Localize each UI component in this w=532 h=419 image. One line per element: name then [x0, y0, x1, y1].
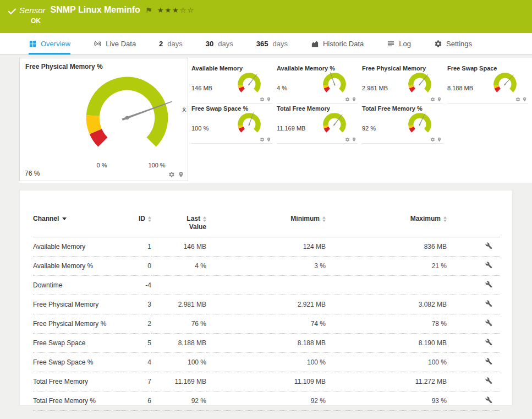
channel-name-link[interactable]: Total Free Memory %: [33, 391, 121, 411]
channel-settings-icon[interactable]: [485, 262, 492, 269]
channels-table: Channel ID Last Value Minimum Maximum: [33, 215, 500, 411]
cell-last-value: [151, 276, 206, 295]
column-header-minimum[interactable]: Minimum: [206, 215, 326, 237]
column-header-label: ID: [139, 215, 145, 223]
channel-name-link[interactable]: Total Free Memory: [33, 372, 121, 391]
tab-live-data[interactable]: Live Data: [94, 33, 136, 55]
priority-stars-rating[interactable]: ★★★☆☆: [157, 6, 195, 14]
cell-maximum: 21 %: [326, 257, 447, 276]
channel-settings-icon[interactable]: [485, 242, 492, 249]
table-header-row: Channel ID Last Value Minimum Maximum: [33, 215, 500, 237]
column-header-actions: [447, 215, 500, 237]
pin-icon[interactable]: [437, 97, 442, 102]
gauge-chart: [320, 110, 349, 139]
cell-maximum: [326, 276, 447, 295]
gear-icon[interactable]: [345, 97, 350, 102]
channel-sort-dropdown-icon[interactable]: [62, 217, 67, 220]
gauge-chart: [405, 110, 434, 139]
prtg-sensor-page: Sensor SNMP Linux Meminfo ★★★☆☆ OK Overv…: [0, 0, 532, 419]
tab-2-days[interactable]: 2 days: [159, 33, 183, 55]
channel-name-link[interactable]: Available Memory: [33, 237, 121, 257]
mini-gauge-value: 100 %: [191, 125, 209, 132]
cell-minimum: 100 %: [206, 353, 326, 372]
channel-settings-icon[interactable]: [485, 339, 492, 346]
column-header-id[interactable]: ID: [121, 215, 151, 237]
column-header-last-value[interactable]: Last Value: [151, 215, 206, 237]
channel-name-link[interactable]: Free Physical Memory %: [33, 314, 121, 334]
channel-settings-icon[interactable]: [485, 358, 492, 365]
channel-name-link[interactable]: Downtime: [33, 276, 121, 295]
mini-gauge-value: 4 %: [277, 85, 287, 91]
cell-actions: [447, 237, 500, 257]
tab-365-days-number: 365: [256, 40, 268, 48]
tab-365-days[interactable]: 365 days: [256, 33, 288, 55]
gear-icon[interactable]: [260, 137, 265, 142]
gear-icon[interactable]: [430, 97, 435, 102]
pin-icon[interactable]: [437, 137, 442, 142]
gear-icon[interactable]: [260, 97, 265, 102]
priority-flag-icon[interactable]: [145, 7, 152, 14]
mini-gauge-actions: [429, 97, 442, 102]
gear-icon[interactable]: [345, 137, 350, 142]
gear-icon[interactable]: [168, 171, 175, 178]
primary-gauge-chart: [76, 67, 178, 169]
tab-historic-data-label: Historic Data: [323, 40, 364, 48]
pin-icon[interactable]: [266, 137, 271, 142]
gauge-hub: [334, 84, 336, 85]
channel-settings-icon[interactable]: [485, 300, 492, 307]
mini-gauge-value: 8.188 MB: [447, 85, 473, 91]
gear-icon[interactable]: [515, 97, 520, 102]
sensor-title-block: Sensor SNMP Linux Meminfo ★★★☆☆ OK: [19, 5, 195, 25]
tab-30-days[interactable]: 30 days: [206, 33, 233, 55]
gear-icon[interactable]: [430, 137, 435, 142]
tab-overview[interactable]: Overview: [29, 33, 70, 55]
channel-settings-icon[interactable]: [485, 377, 492, 384]
cell-actions: [447, 353, 500, 372]
table-row: Free Physical Memory % 2 76 % 74 % 78 %: [33, 314, 500, 334]
pin-icon[interactable]: [352, 137, 357, 142]
cell-id: 7: [121, 372, 151, 391]
primary-gauge-panel: Free Physical Memory % x̄ 0 % 100 % 76 %: [19, 58, 188, 181]
cell-last-value: 11.169 MB: [151, 372, 206, 391]
channel-settings-icon[interactable]: [485, 281, 492, 288]
tab-30-days-number: 30: [206, 40, 213, 48]
historic-data-icon: [311, 40, 319, 48]
column-header-label: Last: [187, 215, 200, 223]
channel-name-link[interactable]: Free Physical Memory: [33, 295, 121, 314]
page-title: SNMP Linux Meminfo: [51, 5, 140, 15]
sort-icon: [203, 216, 206, 222]
channel-name-link[interactable]: Available Memory %: [33, 257, 121, 276]
cell-last-value: 92 %: [151, 391, 206, 411]
channel-settings-icon[interactable]: [485, 319, 492, 327]
pin-icon[interactable]: [178, 171, 184, 178]
tab-historic-data[interactable]: Historic Data: [311, 33, 364, 55]
tab-log[interactable]: Log: [387, 33, 411, 55]
column-header-maximum[interactable]: Maximum: [326, 215, 447, 237]
channel-name-link[interactable]: Free Swap Space: [33, 334, 121, 353]
pin-icon[interactable]: [266, 97, 271, 102]
table-row: Total Free Memory 7 11.169 MB 11.109 MB …: [33, 372, 500, 391]
tab-365-days-label: days: [272, 40, 287, 48]
cell-minimum: 8.188 MB: [206, 334, 326, 353]
cell-last-value: 100 %: [151, 353, 206, 372]
pin-icon[interactable]: [522, 97, 527, 102]
gauges-panel: Free Physical Memory % x̄ 0 % 100 % 76 %…: [19, 58, 532, 183]
pin-icon[interactable]: [352, 97, 357, 102]
gauge-hub: [334, 124, 336, 126]
tab-settings[interactable]: Settings: [434, 33, 472, 55]
cell-id: 6: [121, 391, 151, 411]
cell-last-value: 146 MB: [151, 237, 206, 257]
cell-minimum: 3 %: [206, 257, 326, 276]
cell-id: 1: [121, 237, 151, 257]
cell-maximum: 8.190 MB: [326, 334, 447, 353]
primary-gauge-actions: [168, 171, 184, 178]
channel-settings-icon[interactable]: [485, 396, 492, 404]
cell-minimum: 74 %: [206, 314, 326, 334]
cell-minimum: 2.921 MB: [206, 295, 326, 314]
cell-minimum: 124 MB: [206, 237, 326, 257]
column-header-channel[interactable]: Channel: [33, 215, 121, 237]
mini-gauge-actions: [429, 137, 442, 142]
table-row: Total Free Memory % 6 92 % 92 % 93 %: [33, 391, 500, 411]
channel-name-link[interactable]: Free Swap Space %: [33, 353, 121, 372]
tab-2-days-label: days: [167, 40, 182, 48]
